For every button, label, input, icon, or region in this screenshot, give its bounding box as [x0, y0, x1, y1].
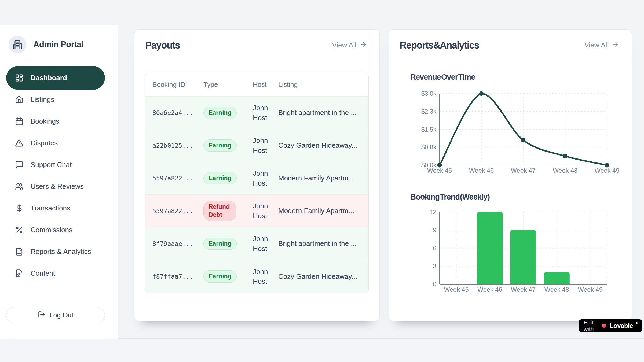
listing-cell: Cozy Garden Hideaway...: [278, 272, 368, 281]
logout-button[interactable]: Log Out: [6, 307, 105, 323]
column-header-listing: Listing: [278, 81, 368, 88]
listing-cell: Cozy Garden Hideaway...: [278, 141, 368, 150]
sidebar-item-transactions[interactable]: Transactions: [6, 197, 105, 219]
host-cell: JohnHost: [249, 103, 278, 123]
reports-header: Reports & Analytics View All: [389, 30, 632, 61]
payouts-title: Payouts: [145, 40, 180, 51]
sidebar-item-dashboard[interactable]: Dashboard: [6, 66, 105, 90]
booking-id-cell: f87ffaa7...: [145, 273, 203, 280]
booking-id-cell: 8f79aaae...: [145, 240, 203, 247]
column-header-host: Host: [249, 81, 278, 88]
svg-text:9: 9: [433, 227, 436, 234]
brand: Admin Portal: [9, 36, 83, 53]
close-icon[interactable]: ×: [635, 320, 639, 326]
building-icon: [9, 36, 26, 53]
lovable-prefix: Edit with: [584, 319, 598, 332]
sidebar-item-commissions[interactable]: Commissions: [6, 219, 105, 241]
heart-icon: [601, 323, 607, 329]
svg-text:3: 3: [433, 263, 436, 270]
sidebar-item-users-reviews[interactable]: Users & Reviews: [6, 176, 105, 197]
listing-cell: Bright apartment in the ...: [278, 109, 368, 117]
booking-id-cell: a22b0125...: [145, 142, 203, 149]
svg-text:6: 6: [433, 245, 436, 252]
type-badge: Earning: [203, 107, 237, 119]
arrow-right-icon: [612, 41, 619, 50]
sidebar-item-bookings[interactable]: Bookings: [6, 110, 105, 132]
table-row: 80a6e2a4...EarningJohnHostBright apartme…: [145, 97, 368, 129]
table-row: 8f79aaae...EarningJohnHostBright apartme…: [145, 227, 368, 260]
payouts-card: Payouts View All Booking IDTypeHostListi…: [134, 29, 380, 321]
view-all-label: View All: [332, 41, 356, 49]
payouts-table: Booking IDTypeHostListing 80a6e2a4...Ear…: [145, 73, 369, 293]
sidebar-item-label: Users & Reviews: [31, 182, 84, 191]
sidebar-item-label: Reports & Analytics: [31, 248, 91, 256]
sidebar-item-content[interactable]: Content: [6, 263, 105, 284]
svg-text:$0.8k: $0.8k: [421, 144, 437, 151]
calendar-icon: [15, 117, 23, 125]
column-header-booking-id: Booking ID: [145, 81, 203, 88]
svg-text:$1.5k: $1.5k: [421, 126, 437, 133]
svg-text:0: 0: [433, 281, 436, 288]
svg-text:Week 47: Week 47: [511, 167, 536, 174]
home-icon: [15, 95, 23, 104]
type-badge: Earning: [203, 238, 237, 250]
payouts-view-all-link[interactable]: View All: [332, 41, 367, 50]
payouts-table-body: 80a6e2a4...EarningJohnHostBright apartme…: [145, 97, 368, 293]
lovable-brand: Lovable: [610, 322, 633, 330]
sidebar-item-reports-analytics[interactable]: Reports & Analytics: [6, 241, 105, 263]
sidebar-item-support-chat[interactable]: Support Chat: [6, 154, 105, 176]
message-square-icon: [15, 161, 23, 169]
bottom-strip: [0, 339, 644, 362]
table-row: f87ffaa7...EarningJohnHostCozy Garden Hi…: [145, 260, 368, 293]
reports-card: Reports & Analytics View All Revenue Ove…: [389, 29, 632, 321]
svg-text:Week 45: Week 45: [444, 286, 469, 293]
table-row: 5597a822...Refund DebtJohnHostModern Fam…: [145, 195, 368, 227]
svg-text:Week 46: Week 46: [477, 286, 502, 293]
booking-id-cell: 80a6e2a4...: [145, 109, 203, 116]
table-row: a22b0125...EarningJohnHostCozy Garden Hi…: [145, 129, 368, 162]
table-row: 5597a822...EarningJohnHostModern Family …: [145, 162, 368, 195]
brand-title: Admin Portal: [33, 40, 83, 49]
lovable-badge[interactable]: Edit with Lovable ×: [579, 319, 642, 332]
payouts-header: Payouts View All: [134, 30, 379, 61]
sidebar-item-label: Support Chat: [31, 161, 72, 169]
svg-text:Week 49: Week 49: [595, 167, 619, 174]
percent-icon: [15, 226, 23, 234]
reports-view-all-link[interactable]: View All: [584, 41, 619, 50]
svg-text:Week 45: Week 45: [427, 167, 452, 174]
svg-text:12: 12: [429, 209, 436, 216]
type-badge: Earning: [203, 139, 237, 152]
type-badge: Earning: [203, 270, 237, 283]
listing-cell: Modern Family Apartm...: [278, 207, 368, 215]
svg-text:$3.0k: $3.0k: [421, 90, 437, 97]
svg-text:Week 48: Week 48: [544, 286, 569, 293]
sidebar-nav: DashboardListingsBookingsDisputesSupport…: [6, 67, 105, 284]
sidebar-item-label: Commissions: [31, 226, 72, 234]
revenue-line-chart: $0.0k$0.8k$1.5k$2.3k$3.0kWeek 45Week 46W…: [416, 87, 628, 176]
type-badge: Earning: [203, 172, 237, 184]
sidebar-item-label: Bookings: [31, 117, 59, 125]
type-badge: Refund Debt: [203, 201, 236, 221]
sidebar-item-label: Transactions: [31, 204, 70, 212]
host-cell: JohnHost: [249, 168, 278, 188]
booking-id-cell: 5597a822...: [145, 175, 203, 182]
logout-label: Log Out: [50, 311, 74, 319]
users-icon: [15, 182, 23, 191]
svg-text:Week 48: Week 48: [553, 167, 577, 174]
host-cell: JohnHost: [249, 267, 278, 286]
column-header-type: Type: [203, 81, 249, 88]
sidebar-item-disputes[interactable]: Disputes: [6, 132, 105, 154]
booking-id-cell: 5597a822...: [145, 208, 203, 215]
app-root: Admin Portal DashboardListingsBookingsDi…: [0, 0, 644, 339]
layout-dashboard-icon: [15, 74, 23, 82]
booking-bar-chart: 036912Week 45Week 46Week 47Week 48Week 4…: [416, 205, 628, 297]
payouts-table-header: Booking IDTypeHostListing: [145, 73, 368, 97]
sidebar-item-listings[interactable]: Listings: [6, 89, 105, 110]
sidebar-item-label: Content: [31, 269, 55, 278]
booking-chart-title: Booking Trend (Weekly): [410, 193, 490, 201]
svg-text:Week 49: Week 49: [578, 286, 602, 293]
host-cell: JohnHost: [249, 201, 278, 221]
alert-triangle-icon: [15, 139, 23, 147]
view-all-label: View All: [584, 41, 609, 49]
svg-text:$2.3k: $2.3k: [421, 108, 437, 115]
